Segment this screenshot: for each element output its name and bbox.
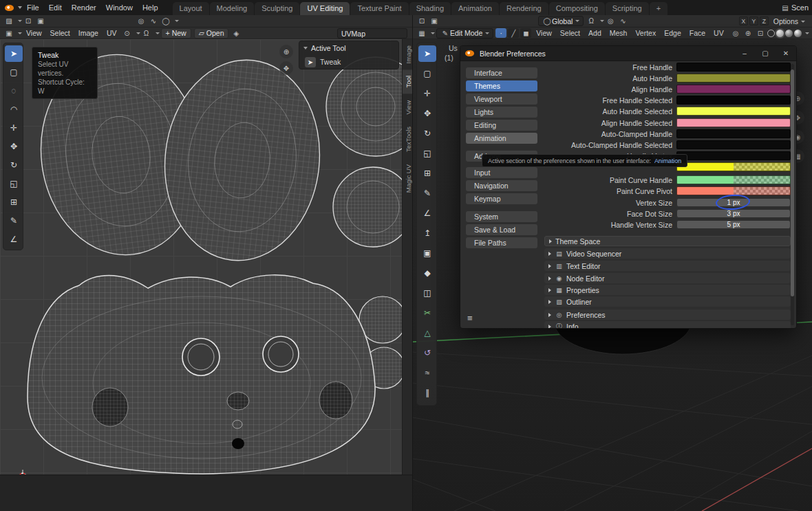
falloff-icon[interactable]: ∿ [617,17,628,26]
uv-pivot-caret-icon[interactable] [136,32,140,34]
uv-tool-rotate[interactable]: ↻ [5,157,23,173]
uv-snap-magnet-icon[interactable]: Ω [141,28,152,38]
scene-selector[interactable]: ▤ Scen [779,3,812,12]
section-text-editor[interactable]: ▥Text Editor [544,261,791,271]
uv-tool-measure[interactable]: ∠ [5,231,23,248]
shading-caret-icon[interactable] [805,32,809,34]
v3d-editor-type-caret-icon[interactable] [431,32,435,34]
uv-select-mode-icon[interactable]: ▣ [3,28,14,38]
new-image-button[interactable]: +New [161,28,191,39]
timeline-region[interactable] [0,475,413,511]
add-workspace-button[interactable]: + [650,2,667,15]
prefs-nav-navigation[interactable]: Navigation [466,180,537,191]
workspace-tab-rendering[interactable]: Rendering [500,2,548,15]
uv-menu-view[interactable]: View [22,29,46,37]
minimize-button[interactable]: – [734,46,755,61]
color-swatch[interactable] [676,151,791,160]
blender-logo-icon[interactable] [5,5,14,11]
workspace-tab-sculpting[interactable]: Sculpting [255,2,299,15]
sidebar-tab-view[interactable]: View [403,94,413,120]
color-swatch[interactable] [676,74,791,83]
xray-toggle-icon[interactable]: ⊡ [755,28,766,38]
uv-pan-gizmo-icon[interactable]: ✥ [279,61,293,75]
overlays-icon[interactable]: ◎ [730,28,741,38]
uv-snap-settings-caret-icon[interactable] [175,20,179,22]
workspace-tab-shading[interactable]: Shading [409,2,451,15]
v3d-menu-uv[interactable]: UV [709,29,728,37]
v3d-tool-option-icon-2[interactable]: ▣ [429,17,440,26]
uv-pivot-icon[interactable]: ⊙ [122,28,133,38]
proportional-edit-icon[interactable]: ◎ [605,17,616,26]
workspace-tab-uv-editing[interactable]: UV Editing [300,2,350,15]
uv-snap-caret-icon[interactable] [156,32,160,34]
color-swatch[interactable] [676,118,791,127]
snap-magnet-icon[interactable]: Ω [586,17,597,26]
vertex-select-mode-button[interactable]: · [495,28,506,38]
v3d-tool-knife[interactable]: ✂ [418,305,436,321]
menu-help[interactable]: Help [138,0,163,15]
handle-vertex-size-slider[interactable]: 5 px [676,220,791,229]
workspace-tab-layout[interactable]: Layout [173,2,209,15]
v3d-tool-measure[interactable]: ∠ [418,205,436,221]
color-swatch[interactable] [676,85,791,94]
uvmap-selector[interactable]: UVMap [337,28,407,39]
orientation-dropdown[interactable]: ◯Global [538,16,584,26]
shading-rendered-icon[interactable] [794,30,802,37]
face-dot-size-slider[interactable]: 3 px [676,209,791,218]
v3d-menu-vertex[interactable]: Vertex [631,29,660,37]
shading-material-icon[interactable] [785,30,793,37]
uv-menu-select[interactable]: Select [46,29,74,37]
v3d-tool-cursor[interactable]: ✛ [418,85,436,102]
v3d-tool-annotate[interactable]: ✎ [418,185,436,202]
section-preferences[interactable]: ◎Preferences [544,309,791,320]
prefs-nav-interface[interactable]: Interface [466,67,537,78]
active-tool-row[interactable]: ➤ Tweak [299,55,398,69]
face-select-mode-button[interactable]: ◼ [520,28,531,38]
sidebar-tab-image[interactable]: Image [403,39,413,69]
mirror-z-toggle[interactable]: Z [760,17,769,25]
v3d-menu-view[interactable]: View [532,29,556,37]
v3d-tool-extrude[interactable]: ↥ [418,225,436,241]
mode-dropdown[interactable]: ✎Edit Mode [436,28,493,39]
uv-tool-move[interactable]: ✥ [5,138,23,155]
uv-tool-annotate[interactable]: ✎ [5,213,23,229]
hamburger-menu-icon[interactable]: ≡ [467,313,473,323]
section-outliner[interactable]: ▧Outliner [544,296,791,307]
uv-tool-option-icon-2[interactable]: ▣ [35,17,46,26]
section-theme-space[interactable]: Theme Space [544,236,791,246]
v3d-tool-edge-slide[interactable]: ∥ [418,384,436,401]
v3d-menu-select[interactable]: Select [556,29,584,37]
workspace-tab-animation[interactable]: Animation [451,2,499,15]
uv-tool-scale[interactable]: ◱ [5,175,23,192]
v3d-menu-add[interactable]: Add [584,29,606,37]
v3d-tool-transform[interactable]: ⊞ [418,165,436,182]
prefs-nav-file-paths[interactable]: File Paths [466,237,537,248]
prefs-scrollbar-thumb[interactable] [791,69,794,296]
uv-snap-settings-icon[interactable]: ◯ [160,17,171,26]
color-swatch[interactable] [676,175,791,184]
shading-wireframe-icon[interactable] [767,30,775,37]
color-swatch[interactable] [676,162,791,171]
v3d-tool-loop-cut[interactable]: ◫ [418,285,436,301]
color-swatch[interactable] [676,96,791,105]
prefs-nav-editing[interactable]: Editing [466,120,537,131]
gizmos-icon[interactable]: ⊕ [742,28,754,38]
v3d-tool-tweak[interactable]: ➤ [418,45,436,62]
uv-tool-tweak[interactable]: ➤ [5,45,23,62]
prefs-nav-themes[interactable]: Themes [466,80,537,91]
v3d-tool-move[interactable]: ✥ [418,105,436,122]
prefs-nav-keymap[interactable]: Keymap [466,193,537,204]
v3d-tool-option-icon-1[interactable]: ⊡ [416,17,427,26]
uv-falloff-icon[interactable]: ∿ [148,17,159,26]
options-dropdown[interactable]: Options [769,17,809,25]
prefs-nav-lights[interactable]: Lights [466,107,537,118]
uv-proportional-icon[interactable]: ◎ [136,17,147,26]
color-swatch[interactable] [676,107,791,116]
v3d-menu-mesh[interactable]: Mesh [606,29,632,37]
pin-icon[interactable]: ◈ [231,28,242,38]
v3d-tool-scale[interactable]: ◱ [418,145,436,162]
v3d-tool-bevel[interactable]: ◆ [418,265,436,281]
snap-caret-icon[interactable] [600,20,604,22]
close-button[interactable]: ✕ [776,46,796,61]
menu-render[interactable]: Render [67,0,101,15]
